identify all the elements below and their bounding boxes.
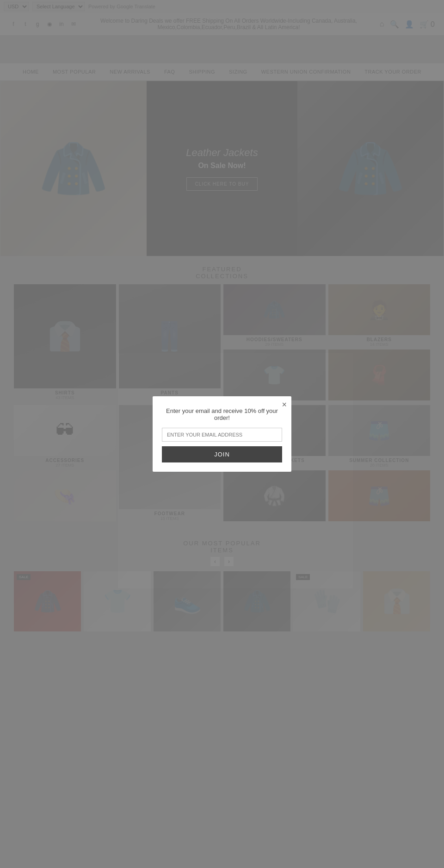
modal-overlay[interactable]: × Enter your email and receive 10% off y…	[0, 0, 444, 641]
email-modal: × Enter your email and receive 10% off y…	[153, 396, 291, 472]
modal-close-button[interactable]: ×	[282, 400, 287, 410]
email-input[interactable]	[162, 428, 282, 442]
modal-title: Enter your email and receive 10% off you…	[162, 407, 282, 421]
join-button[interactable]: JOIN	[162, 446, 282, 462]
